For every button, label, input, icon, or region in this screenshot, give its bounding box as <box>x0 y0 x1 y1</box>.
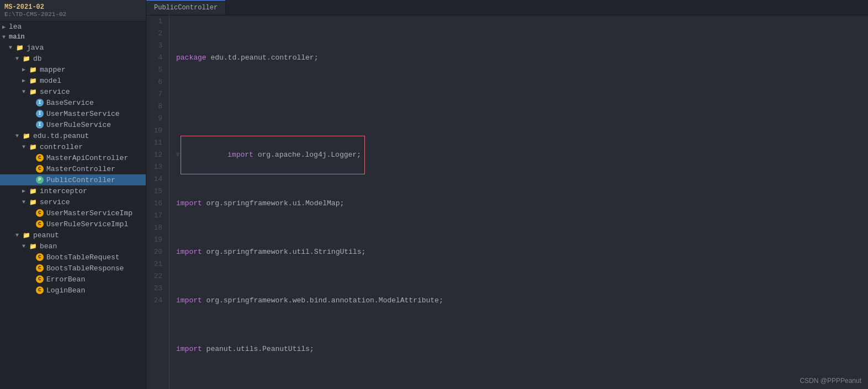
folder-icon: 📁 <box>29 65 38 74</box>
sidebar-item-usermasterserviceimp[interactable]: C UserMasterServiceImp <box>0 207 146 219</box>
bootstableresponse-label: BootsTableResponse <box>46 264 124 273</box>
errorbean-label: ErrorBean <box>46 275 85 284</box>
tab-label: PublicController <box>154 4 218 12</box>
arrow-icon: ▼ <box>22 89 29 95</box>
edutdpeanut-label: edu.td.peanut <box>33 132 89 140</box>
java-class-icon: C <box>35 286 44 295</box>
java-interface-icon: I <box>35 109 44 118</box>
sidebar-item-bean[interactable]: ▼ 📁 bean <box>0 241 146 252</box>
sidebar-item-usermasterservice[interactable]: I UserMasterService <box>0 108 146 119</box>
spacer <box>29 155 35 161</box>
folder-icon: 📁 <box>29 242 38 251</box>
model-label: model <box>40 77 61 85</box>
sidebar-item-db[interactable]: ▼ 📁 db <box>0 53 146 64</box>
controller-label: controller <box>40 143 83 151</box>
sidebar-item-model[interactable]: ▶ 📁 model <box>0 75 146 86</box>
sidebar-item-bootstableresponse[interactable]: C BootsTableResponse <box>0 263 146 274</box>
mastercontroller-label: MasterController <box>46 165 115 173</box>
sidebar-item-userruleserviceimpl[interactable]: C UserRuleServiceImpl <box>0 219 146 230</box>
baseservice-label: BaseService <box>46 99 94 107</box>
sidebar-item-masterapicontroller[interactable]: C MasterApiController <box>0 152 146 163</box>
arrow-icon: ▼ <box>22 243 29 249</box>
sidebar-item-publiccontroller[interactable]: P PublicController <box>0 174 146 185</box>
code-line: import org.springframework.util.StringUt… <box>176 246 868 258</box>
bean-label: bean <box>40 242 57 251</box>
java-class-icon: C <box>35 209 44 217</box>
arrow-icon: ▶ <box>22 66 29 73</box>
userruleserviceimpl-label: UserRuleServiceImpl <box>46 220 128 228</box>
folder-icon: 📁 <box>29 186 38 195</box>
arrow-icon: ▶ <box>22 77 29 84</box>
editor-tabs: PublicController <box>146 0 868 15</box>
folder-icon: 📁 <box>22 54 31 63</box>
sidebar-item-userruleservice[interactable]: I UserRuleService <box>0 119 146 130</box>
sidebar-item-service[interactable]: ▼ 📁 service <box>0 86 146 97</box>
sidebar-item-baseservice[interactable]: I BaseService <box>0 97 146 108</box>
sidebar-item-main[interactable]: ▼ main <box>0 32 146 42</box>
service2-label: service <box>40 198 70 206</box>
arrow-icon: ▼ <box>15 56 22 62</box>
spacer <box>29 265 35 271</box>
editor-area: PublicController 12345 678910 1112131415… <box>146 0 868 389</box>
sidebar-item-lea[interactable]: ▶ lea <box>0 22 146 32</box>
sidebar-item-java[interactable]: ▼ 📁 java <box>0 42 146 53</box>
folder-icon: 📁 <box>15 43 24 52</box>
java-class-icon: C <box>35 153 44 162</box>
folder-icon: 📁 <box>29 142 38 151</box>
watermark: CSDN @PPPPeanut <box>800 377 861 385</box>
spacer <box>29 221 35 227</box>
bootstablerequest-label: BootsTableRequest <box>46 253 120 262</box>
code-line: import org.springframework.web.bind.anno… <box>176 295 868 307</box>
arrow-icon: ▼ <box>15 133 22 139</box>
spacer <box>29 111 35 117</box>
java-pub-icon: P <box>35 175 44 184</box>
masterapicontroller-label: MasterApiController <box>46 154 128 162</box>
spacer <box>29 287 35 294</box>
java-class-icon: C <box>35 164 44 173</box>
java-class-icon: C <box>35 264 44 273</box>
sidebar-item-controller[interactable]: ▼ 📁 controller <box>0 141 146 152</box>
java-class-icon: C <box>35 253 44 262</box>
sidebar-item-edutdpeanut[interactable]: ▼ 📁 edu.td.peanut <box>0 130 146 141</box>
sidebar-item-errorbean[interactable]: C ErrorBean <box>0 274 146 285</box>
loginbean-label: LoginBean <box>46 286 85 295</box>
code-area[interactable]: 12345 678910 1112131415 1617181920 21222… <box>146 15 868 389</box>
tab-publiccontroller[interactable]: PublicController <box>146 0 226 15</box>
sidebar-item-peanut[interactable]: ▼ 📁 peanut <box>0 230 146 241</box>
java-class-icon: C <box>35 275 44 284</box>
sidebar: MS-2021-02 E:\TD-CMS-2021-02 ▶ lea ▼ mai… <box>0 0 146 389</box>
usermasterservice-label: UserMasterService <box>46 110 120 118</box>
sidebar-item-loginbean[interactable]: C LoginBean <box>0 285 146 296</box>
fold-icon: ▽ <box>176 149 179 161</box>
spacer <box>29 122 35 128</box>
project-title: MS-2021-02 <box>4 3 141 11</box>
sidebar-item-interceptor[interactable]: ▶ 📁 interceptor <box>0 185 146 196</box>
lea-label: lea <box>9 23 22 31</box>
project-path: E:\TD-CMS-2021-02 <box>4 11 141 18</box>
arrow-icon: ▼ <box>15 232 22 238</box>
mapper-label: mapper <box>40 66 66 74</box>
sidebar-item-mapper[interactable]: ▶ 📁 mapper <box>0 64 146 75</box>
interceptor-label: interceptor <box>40 187 87 195</box>
arrow-icon: ▼ <box>2 34 9 40</box>
code-line: ▽ import org.apache.log4j.Logger; <box>176 149 868 161</box>
sidebar-item-mastercontroller[interactable]: C MasterController <box>0 163 146 174</box>
sidebar-item-service2[interactable]: ▼ 📁 service <box>0 196 146 207</box>
publiccontroller-label: PublicController <box>46 176 115 184</box>
arrow-icon: ▶ <box>22 188 29 194</box>
code-line: import org.springframework.ui.ModelMap; <box>176 198 868 210</box>
folder-icon: 📁 <box>29 87 38 96</box>
line-numbers: 12345 678910 1112131415 1617181920 21222… <box>146 15 170 389</box>
service-label: service <box>40 88 70 96</box>
import-box: import org.apache.log4j.Logger; <box>181 136 365 174</box>
userruleservice-label: UserRuleService <box>46 121 111 129</box>
sidebar-item-bootstablerequest[interactable]: C BootsTableRequest <box>0 252 146 263</box>
java-label: java <box>27 44 44 52</box>
db-label: db <box>33 55 42 63</box>
folder-icon: 📁 <box>29 198 38 206</box>
folder-icon: 📁 <box>22 231 31 239</box>
code-line: import peanut.utils.PeanutUtils; <box>176 343 868 355</box>
folder-icon: 📁 <box>22 131 31 140</box>
peanut-label: peanut <box>33 231 59 239</box>
java-interface-icon: I <box>35 120 44 129</box>
